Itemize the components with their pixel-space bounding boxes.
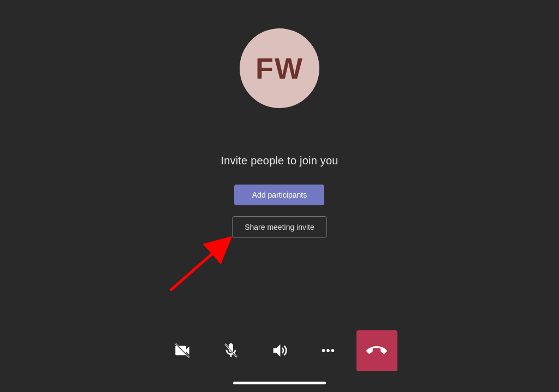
home-indicator bbox=[233, 382, 326, 384]
svg-point-7 bbox=[331, 349, 335, 352]
hangup-icon bbox=[366, 340, 387, 361]
add-participants-button[interactable]: Add participants bbox=[234, 185, 324, 205]
svg-point-6 bbox=[326, 349, 330, 352]
mic-toggle-button[interactable] bbox=[211, 330, 252, 371]
more-options-button[interactable] bbox=[308, 330, 349, 371]
annotation-arrow bbox=[164, 231, 240, 297]
camera-toggle-button[interactable] bbox=[162, 330, 203, 371]
avatar: FW bbox=[240, 28, 319, 108]
speaker-button[interactable] bbox=[259, 330, 300, 371]
mic-off-icon bbox=[222, 342, 240, 359]
avatar-initials: FW bbox=[255, 51, 304, 85]
camera-off-icon bbox=[173, 341, 192, 360]
page-title: Invite people to join you bbox=[221, 155, 338, 167]
svg-point-5 bbox=[322, 349, 325, 352]
speaker-icon bbox=[270, 341, 289, 360]
end-call-button[interactable] bbox=[356, 330, 397, 371]
meeting-control-bar bbox=[140, 318, 419, 383]
invite-actions: Add participants Share meeting invite bbox=[232, 185, 327, 238]
share-meeting-invite-button[interactable]: Share meeting invite bbox=[232, 216, 327, 238]
meeting-empty-state: FW Invite people to join you Add partici… bbox=[0, 0, 559, 238]
more-icon bbox=[319, 341, 337, 360]
svg-line-0 bbox=[170, 240, 228, 290]
